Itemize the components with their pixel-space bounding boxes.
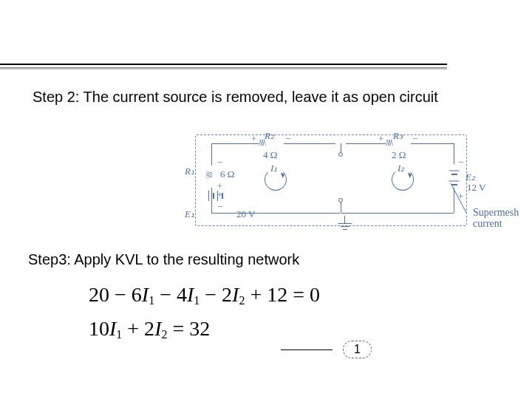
resistor-r1: /\/\/\ (203, 171, 214, 177)
r3-plus: + (378, 133, 383, 145)
label-r3: R₃ (393, 130, 403, 142)
label-i1: I₁ (270, 163, 277, 174)
kvl-equations: 20 − 6I1 − 4I1 − 2I2 + 12 = 0 10I1 + 2I2… (89, 278, 320, 346)
header-rule-shadow (0, 68, 447, 69)
value-r2: 4 Ω (263, 149, 277, 161)
step3-text: Step3: Apply KVL to the resulting networ… (28, 251, 299, 268)
equation-number-callout: 1 (281, 340, 372, 359)
callout-line (281, 349, 332, 350)
open-circuit-top (338, 152, 343, 157)
e1-plus: + (217, 189, 222, 201)
supermesh-label: Supermesh current (473, 207, 532, 230)
label-e1: E₁ (185, 208, 194, 220)
value-r3: 2 Ω (392, 149, 406, 161)
r3-minus: − (412, 133, 417, 145)
open-circuit-bottom (338, 198, 343, 202)
equation-number-bubble: 1 (343, 341, 372, 358)
e1-minus: − (217, 201, 222, 213)
r2-plus: + (251, 133, 256, 145)
resistor-r3: /\/\/\ (386, 137, 392, 149)
label-r2: R₂ (265, 130, 274, 142)
label-i2: I₂ (398, 163, 404, 174)
value-e1: 20 V (236, 208, 255, 220)
ground-icon (338, 220, 352, 233)
e2-minus: − (458, 157, 463, 168)
equation-1: 20 − 6I1 − 4I1 − 2I2 + 12 = 0 (89, 278, 320, 312)
r1-minus: − (217, 157, 222, 168)
r2-minus: − (285, 133, 290, 145)
step2-text: Step 2: The current source is removed, l… (33, 87, 446, 106)
resistor-r2: /\/\/\ (259, 137, 265, 149)
label-r1: R₁ (185, 166, 194, 177)
value-r1: 6 Ω (220, 168, 234, 180)
